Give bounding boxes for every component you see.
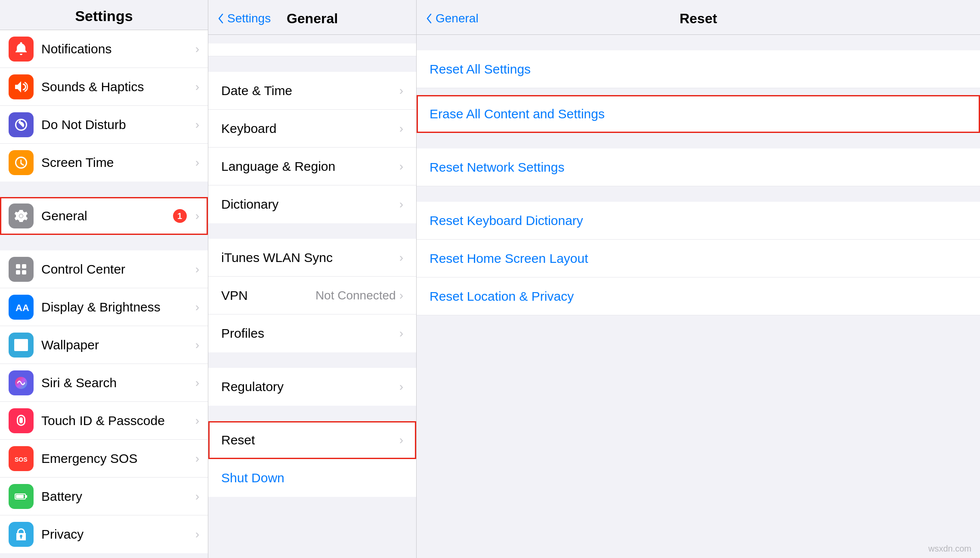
- keyboard-label: Keyboard: [221, 121, 399, 136]
- general-icon: [9, 203, 34, 228]
- regulatory-label: Regulatory: [221, 379, 399, 394]
- emergencysos-icon: SOS: [9, 446, 34, 471]
- settings-item-controlcenter[interactable]: Control Center ›: [0, 250, 208, 288]
- general-group-3: Regulatory ›: [208, 368, 416, 406]
- general-top-gap: [208, 35, 416, 43]
- settings-item-emergencysos[interactable]: SOS Emergency SOS ›: [0, 440, 208, 478]
- settings-item-touchid[interactable]: Touch ID & Passcode ›: [0, 402, 208, 440]
- general-badge: 1: [173, 209, 187, 223]
- general-item-shutdown[interactable]: Shut Down: [208, 459, 416, 497]
- general-item-datetime[interactable]: Date & Time ›: [208, 72, 416, 110]
- settings-group-2: General 1 ›: [0, 197, 208, 235]
- notifications-chevron: ›: [195, 42, 199, 56]
- reset-bottom-fill: [417, 315, 980, 444]
- reset-item-network[interactable]: Reset Network Settings: [417, 148, 980, 186]
- display-icon: AA: [9, 295, 34, 320]
- screentime-icon: [9, 150, 34, 175]
- reset-back-button[interactable]: General: [425, 12, 479, 25]
- dnd-icon: [9, 112, 34, 137]
- profiles-label: Profiles: [221, 326, 399, 341]
- reset-item-erase-all[interactable]: Erase All Content and Settings: [417, 95, 980, 133]
- svg-rect-1: [16, 264, 20, 268]
- touchid-icon: [9, 408, 34, 433]
- reset-group-4: Reset Keyboard Dictionary Reset Home Scr…: [417, 202, 980, 315]
- general-item-vpn[interactable]: VPN Not Connected ›: [208, 277, 416, 314]
- keyboard-chevron: ›: [399, 122, 403, 136]
- siri-chevron: ›: [195, 376, 199, 390]
- itunes-label: iTunes WLAN Sync: [221, 250, 399, 265]
- reset-homescreen-label: Reset Home Screen Layout: [430, 251, 967, 266]
- general-gap-2: [208, 352, 416, 368]
- dnd-chevron: ›: [195, 118, 199, 132]
- general-group-2: iTunes WLAN Sync › VPN Not Connected › P…: [208, 239, 416, 352]
- datetime-label: Date & Time: [221, 83, 399, 98]
- battery-icon: [9, 484, 34, 509]
- wallpaper-chevron: ›: [195, 338, 199, 352]
- reset-item-location[interactable]: Reset Location & Privacy: [417, 277, 980, 315]
- settings-item-privacy[interactable]: Privacy ›: [0, 515, 208, 553]
- general-item-language[interactable]: Language & Region ›: [208, 148, 416, 185]
- settings-scroll[interactable]: Notifications › Sounds & Haptics › Do No…: [0, 30, 208, 558]
- settings-header: Settings: [0, 0, 208, 30]
- general-item-dictionary[interactable]: Dictionary ›: [208, 185, 416, 223]
- controlcenter-label: Control Center: [41, 262, 192, 277]
- general-item-keyboard[interactable]: Keyboard ›: [208, 110, 416, 148]
- general-back-button[interactable]: Settings: [217, 12, 271, 25]
- sounds-chevron: ›: [195, 80, 199, 94]
- general-item-reset[interactable]: Reset ›: [208, 421, 416, 459]
- reset-gap-3: [417, 186, 980, 202]
- settings-item-display[interactable]: AA Display & Brightness ›: [0, 288, 208, 326]
- general-title: General: [287, 11, 338, 27]
- reset-item-homescreen[interactable]: Reset Home Screen Layout: [417, 240, 980, 277]
- general-group-4: Reset › Shut Down: [208, 421, 416, 497]
- sounds-icon: [9, 74, 34, 99]
- emergencysos-chevron: ›: [195, 452, 199, 466]
- general-gap-3: [208, 406, 416, 421]
- language-label: Language & Region: [221, 159, 399, 174]
- reset-group-1: Reset All Settings: [417, 50, 980, 88]
- svg-text:SOS: SOS: [15, 456, 28, 463]
- dictionary-chevron: ›: [399, 197, 403, 211]
- display-label: Display & Brightness: [41, 300, 192, 314]
- settings-item-siri[interactable]: Siri & Search ›: [0, 364, 208, 402]
- reset-nav: General Reset: [425, 8, 971, 29]
- general-chevron: ›: [195, 209, 199, 223]
- reset-back-label: General: [436, 12, 479, 25]
- settings-group-3: Control Center › AA Display & Brightness…: [0, 250, 208, 553]
- general-scroll[interactable]: Date & Time › Keyboard › Language & Regi…: [208, 35, 416, 558]
- notifications-icon: [9, 37, 34, 62]
- reset-network-label: Reset Network Settings: [430, 160, 967, 175]
- settings-item-notifications[interactable]: Notifications ›: [0, 30, 208, 68]
- screentime-label: Screen Time: [41, 155, 192, 170]
- svg-rect-3: [16, 270, 20, 274]
- general-nav: Settings General: [217, 8, 408, 29]
- general-item-profiles[interactable]: Profiles ›: [208, 314, 416, 352]
- reset-group-3: Reset Network Settings: [417, 148, 980, 186]
- vpn-label: VPN: [221, 288, 315, 303]
- settings-item-dnd[interactable]: Do Not Disturb ›: [0, 106, 208, 144]
- svg-rect-2: [22, 264, 26, 268]
- privacy-icon: [9, 522, 34, 547]
- general-item-regulatory[interactable]: Regulatory ›: [208, 368, 416, 406]
- settings-item-general[interactable]: General 1 ›: [0, 197, 208, 235]
- sounds-label: Sounds & Haptics: [41, 80, 192, 94]
- settings-item-wallpaper[interactable]: Wallpaper ›: [0, 326, 208, 364]
- reset-column: General Reset Reset All Settings Erase A…: [417, 0, 980, 558]
- settings-item-battery[interactable]: Battery ›: [0, 478, 208, 515]
- reset-item-keyboard[interactable]: Reset Keyboard Dictionary: [417, 202, 980, 240]
- reset-keyboard-label: Reset Keyboard Dictionary: [430, 213, 967, 228]
- reset-scroll[interactable]: Reset All Settings Erase All Content and…: [417, 35, 980, 558]
- settings-item-sounds[interactable]: Sounds & Haptics ›: [0, 68, 208, 106]
- settings-group-1: Notifications › Sounds & Haptics › Do No…: [0, 30, 208, 182]
- language-chevron: ›: [399, 160, 403, 173]
- settings-title: Settings: [75, 8, 133, 25]
- general-gap-1: [208, 223, 416, 239]
- general-item-itunes[interactable]: iTunes WLAN Sync ›: [208, 239, 416, 277]
- general-column: Settings General Date & Time › Keyboard …: [208, 0, 417, 558]
- reset-item-all-settings[interactable]: Reset All Settings: [417, 50, 980, 88]
- settings-item-screentime[interactable]: Screen Time ›: [0, 144, 208, 182]
- settings-column: Settings Notifications › Sounds & Haptic…: [0, 0, 208, 558]
- shutdown-label: Shut Down: [221, 471, 403, 485]
- reset-title: Reset: [680, 11, 717, 27]
- notifications-label: Notifications: [41, 42, 192, 56]
